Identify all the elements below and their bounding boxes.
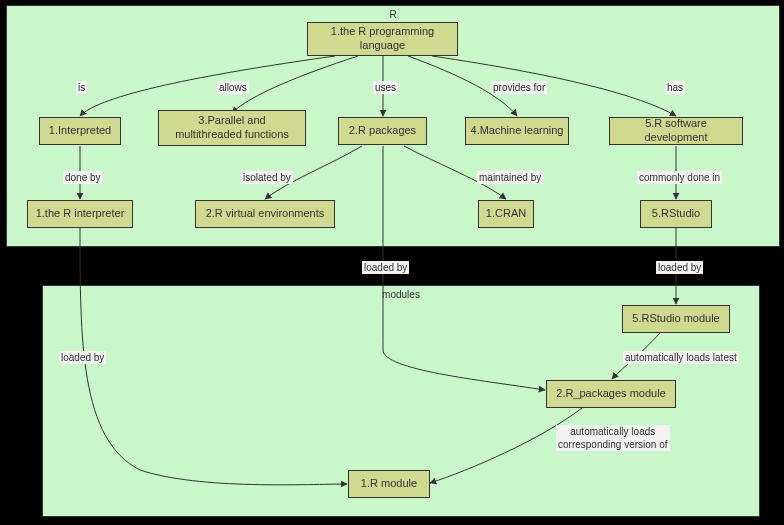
edge-label-allows: allows <box>217 81 249 94</box>
edge-label-loaded-by-2: loaded by <box>656 261 703 274</box>
node-rstudio: 5.RStudio <box>640 200 712 228</box>
node-interpreter: 1.the R interpreter <box>27 200 133 228</box>
node-parallel: 3.Parallel and multithreaded functions <box>158 110 306 146</box>
node-ml: 4.Machine learning <box>465 117 569 145</box>
edge-label-loaded-by-1: loaded by <box>362 261 409 274</box>
edge-label-done-by: done by <box>63 171 103 184</box>
edge-label-uses: uses <box>373 81 398 94</box>
diagram-canvas: R modules <box>0 0 784 525</box>
node-venv: 2.R virtual environments <box>195 200 335 228</box>
edge-label-maintained-by: maintained by <box>477 171 543 184</box>
cluster-modules-label: modules <box>382 289 420 300</box>
edge-label-is: is <box>76 81 87 94</box>
edge-label-isolated-by: isolated by <box>241 171 293 184</box>
node-rpackages: 2.R packages <box>338 117 427 145</box>
node-cran: 1.CRAN <box>478 200 534 228</box>
edge-label-commonly-done-in: commonly done in <box>637 171 722 184</box>
node-interpreted: 1.Interpreted <box>39 117 121 145</box>
edge-label-auto-latest: automatically loads latest <box>623 351 739 364</box>
edge-label-has: has <box>665 81 685 94</box>
cluster-r-label: R <box>389 9 396 20</box>
edge-label-provides-for: provides for <box>491 81 547 94</box>
node-root: 1.the R programming language <box>307 22 458 56</box>
node-rpackages-module: 2.R_packages module <box>546 380 676 408</box>
node-rdev: 5.R software development <box>609 117 743 145</box>
edge-label-loaded-by-3: loaded by <box>59 351 106 364</box>
node-r-module: 1.R module <box>348 470 430 498</box>
edge-label-auto-version: automatically loads corresponding versio… <box>556 425 670 451</box>
node-rstudio-module: 5.RStudio module <box>622 305 730 333</box>
